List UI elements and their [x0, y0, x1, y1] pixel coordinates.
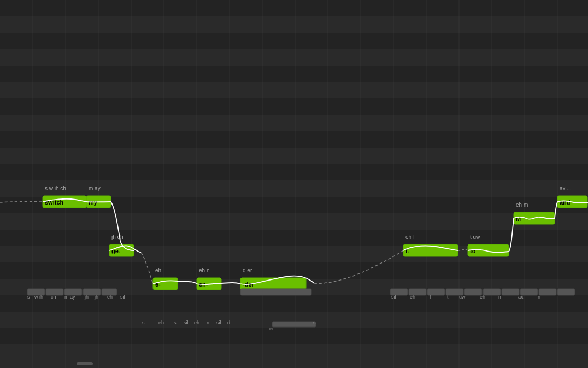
svg-text:eh: eh — [107, 294, 113, 300]
svg-text:my: my — [89, 199, 98, 206]
svg-rect-18 — [0, 295, 588, 312]
svg-rect-73 — [102, 289, 117, 295]
svg-rect-47 — [197, 278, 221, 290]
svg-rect-15 — [0, 246, 588, 262]
svg-rect-53 — [468, 244, 509, 256]
svg-text:ch: ch — [51, 294, 56, 300]
svg-text:switch: switch — [45, 199, 64, 206]
svg-text:to: to — [470, 248, 476, 254]
svg-rect-45 — [153, 278, 178, 290]
svg-rect-69 — [27, 289, 45, 295]
svg-rect-113 — [77, 362, 93, 365]
svg-rect-71 — [64, 289, 82, 295]
svg-rect-78 — [464, 289, 482, 295]
svg-rect-8 — [0, 131, 588, 148]
svg-rect-57 — [557, 196, 587, 208]
svg-text:eh m: eh m — [516, 202, 528, 208]
grid-lines — [0, 0, 588, 368]
svg-rect-16 — [0, 262, 588, 279]
svg-text:e-: e- — [155, 281, 161, 288]
svg-text:f-: f- — [405, 248, 410, 254]
svg-rect-13 — [0, 213, 588, 230]
svg-text:s: s — [27, 294, 30, 300]
svg-text:and: and — [560, 199, 571, 206]
svg-rect-17 — [0, 279, 588, 295]
svg-text:ge-: ge- — [111, 248, 121, 254]
svg-rect-84 — [240, 289, 311, 295]
svg-text:m ay: m ay — [89, 185, 101, 191]
svg-text:-der: -der — [243, 281, 255, 288]
svg-text:s w ih ch: s w ih ch — [45, 185, 66, 191]
svg-rect-77 — [446, 289, 463, 295]
svg-text:eh: eh — [410, 294, 415, 300]
svg-rect-81 — [520, 289, 538, 295]
svg-rect-74 — [390, 289, 408, 295]
svg-text:si: si — [174, 320, 178, 325]
svg-text:eh f: eh f — [405, 234, 415, 240]
background-stripes — [0, 0, 588, 368]
svg-text:jh: jh — [94, 294, 98, 300]
svg-text:m: m — [498, 294, 503, 300]
svg-text:m ay: m ay — [64, 294, 75, 300]
svg-rect-20 — [0, 328, 588, 344]
svg-text:ax ...: ax ... — [560, 185, 572, 191]
svg-text:n: n — [538, 294, 540, 300]
svg-rect-85 — [272, 322, 316, 327]
svg-text:d: d — [227, 320, 230, 325]
svg-rect-12 — [0, 197, 588, 213]
svg-rect-3 — [0, 49, 588, 66]
svg-text:f: f — [430, 294, 431, 300]
svg-text:n: n — [207, 320, 209, 325]
svg-text:jh: jh — [84, 294, 89, 300]
svg-text:eh: eh — [480, 294, 485, 300]
svg-rect-14 — [0, 230, 588, 246]
svg-rect-49 — [240, 278, 306, 290]
svg-rect-0 — [0, 0, 588, 16]
svg-text:sil: sil — [216, 320, 221, 325]
svg-rect-76 — [427, 289, 445, 295]
svg-text:t: t — [447, 294, 449, 300]
svg-text:M: M — [516, 215, 521, 222]
svg-rect-4 — [0, 66, 588, 82]
svg-rect-39 — [43, 196, 86, 208]
svg-rect-51 — [403, 244, 458, 256]
svg-text:sil: sil — [313, 320, 318, 325]
svg-rect-43 — [109, 244, 134, 256]
svg-text:sil: sil — [120, 294, 125, 300]
svg-text:eh: eh — [155, 267, 161, 273]
svg-rect-83 — [557, 289, 575, 295]
svg-text:uw: uw — [459, 294, 466, 300]
svg-text:w ih: w ih — [34, 294, 43, 300]
svg-rect-72 — [83, 289, 101, 295]
svg-text:eh: eh — [194, 320, 199, 325]
svg-text:ax: ax — [518, 294, 524, 300]
svg-rect-6 — [0, 98, 588, 115]
svg-rect-1 — [0, 16, 588, 33]
svg-text:d er: d er — [243, 267, 252, 273]
svg-rect-2 — [0, 33, 588, 49]
svg-text:eh n: eh n — [199, 267, 209, 273]
svg-text:sil: sil — [184, 320, 189, 325]
svg-text:jh eh: jh eh — [111, 234, 124, 240]
svg-rect-7 — [0, 115, 588, 131]
svg-text:sil: sil — [142, 320, 147, 325]
svg-rect-5 — [0, 82, 588, 98]
svg-rect-10 — [0, 164, 588, 180]
svg-rect-80 — [502, 289, 519, 295]
svg-text:en-: en- — [199, 281, 208, 288]
svg-rect-75 — [409, 289, 426, 295]
pitch-curve-svg: switch my ge- e- en- -der f- to M and s … — [0, 0, 588, 368]
svg-rect-82 — [539, 289, 556, 295]
svg-rect-11 — [0, 180, 588, 197]
svg-text:eh: eh — [158, 320, 164, 325]
svg-rect-55 — [514, 212, 555, 224]
svg-rect-41 — [86, 196, 111, 208]
svg-text:er: er — [269, 326, 274, 331]
svg-text:sil: sil — [391, 294, 396, 300]
svg-rect-9 — [0, 148, 588, 164]
svg-rect-79 — [483, 289, 501, 295]
svg-rect-19 — [0, 312, 588, 328]
svg-rect-21 — [0, 344, 588, 368]
svg-text:t uw: t uw — [470, 234, 480, 240]
svg-rect-70 — [46, 289, 63, 295]
